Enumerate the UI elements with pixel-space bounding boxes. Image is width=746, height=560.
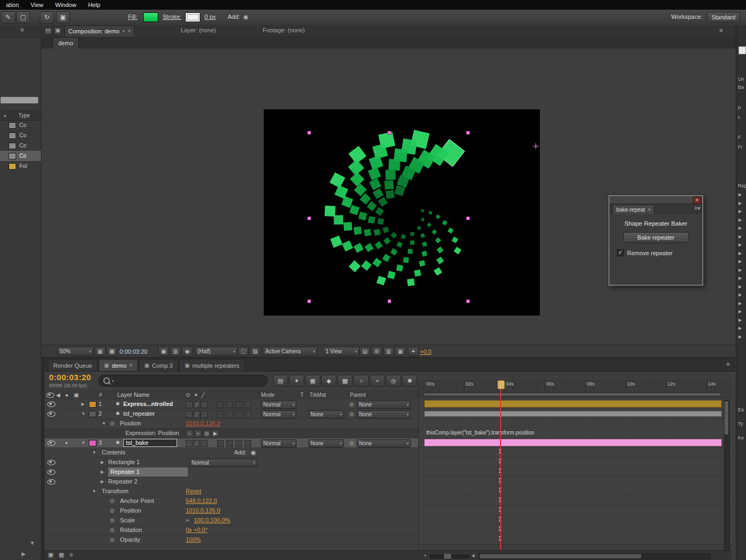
expression-graph-icon[interactable]: ≈ xyxy=(194,430,202,437)
twirl-icon[interactable]: ▶ xyxy=(738,326,742,331)
bake-repeater-button[interactable]: Bake repeater xyxy=(623,232,689,243)
exposure-offset-value[interactable]: +0,0 xyxy=(420,348,432,355)
expand-modes-icon[interactable]: ▦ xyxy=(59,551,64,558)
selection-handle[interactable] xyxy=(307,299,311,303)
switch-shy[interactable] xyxy=(186,401,193,408)
zoom-in-icon[interactable]: ▲ xyxy=(471,552,476,558)
timeline-split-divider[interactable] xyxy=(418,380,419,550)
switch-well[interactable] xyxy=(217,411,224,418)
timeline-tab-render-queue[interactable]: Render Queue xyxy=(48,359,97,371)
layer-duration-bar[interactable] xyxy=(424,411,722,417)
timeline-track[interactable]: I xyxy=(418,486,733,496)
comp-flowchart-icon[interactable]: ▣ xyxy=(55,27,60,34)
expand-layers-icon[interactable]: ▣ xyxy=(48,551,53,558)
property-value[interactable]: 100% xyxy=(186,535,272,544)
switch-quality[interactable]: ╱ xyxy=(193,401,200,408)
brainstorm-icon[interactable]: ▩ xyxy=(337,375,353,387)
tab-composition-demo[interactable]: Composition: demo ▾ × xyxy=(65,25,135,37)
composition-frame[interactable] xyxy=(264,109,540,316)
twirl-icon[interactable]: ▶ xyxy=(738,226,742,230)
menu-ation[interactable]: ation xyxy=(0,0,25,10)
vertical-scrollbar-thumb[interactable] xyxy=(724,401,728,435)
timeline-row-transform[interactable]: ▼TransformResetI xyxy=(45,487,732,496)
project-item-fol[interactable]: Fol xyxy=(0,161,41,171)
rotate-tool-icon[interactable]: ↻ xyxy=(40,11,54,24)
show-snapshot-icon[interactable]: ▥ xyxy=(170,347,181,356)
tab-layer[interactable]: Layer: (none) xyxy=(181,27,216,33)
twirl-icon[interactable]: ▶ xyxy=(738,276,742,281)
project-item-co[interactable]: Co xyxy=(0,120,41,130)
selection-handle[interactable] xyxy=(388,131,391,135)
anchor-crosshair-icon[interactable] xyxy=(533,143,539,149)
twirl-icon[interactable]: ▶ xyxy=(738,209,742,214)
switch-quality[interactable]: ╱ xyxy=(193,411,200,418)
stroke-width-value[interactable]: 0 px xyxy=(205,13,216,20)
twirl-icon[interactable]: ▼ xyxy=(81,409,87,418)
timeline-row-express-ntrolled[interactable]: ▶1✱Express...ntrolled╱Normal▾◎None▾ xyxy=(45,400,732,409)
timeline-row-repeater-1[interactable]: ▶Repeater 1I xyxy=(45,467,732,477)
timeline-track[interactable]: thisComp.layer("tst_bake").transform.pos… xyxy=(418,428,733,438)
comp-name-tab-demo[interactable]: demo xyxy=(53,37,79,48)
remove-repeater-checkbox[interactable]: ✓ xyxy=(617,249,624,256)
twirl-icon[interactable]: ▶ xyxy=(738,192,742,197)
twirl-icon[interactable]: ▶ xyxy=(101,477,106,486)
switch-well[interactable] xyxy=(244,401,251,408)
mask-visibility-icon[interactable]: ▩ xyxy=(107,347,117,356)
timeline-tab-demo[interactable]: ▣demo× xyxy=(98,359,138,371)
switch-well[interactable] xyxy=(226,401,233,408)
stopwatch-icon[interactable]: ⊙ xyxy=(110,535,116,544)
twirl-icon[interactable]: ▶ xyxy=(738,251,742,256)
current-time-indicator[interactable] xyxy=(500,381,501,549)
stopwatch-icon[interactable]: ⊙ xyxy=(110,419,116,428)
expand-icon[interactable]: ▶ xyxy=(22,551,26,557)
camera-tool-icon[interactable]: ▣ xyxy=(56,11,70,24)
timeline-track[interactable]: I xyxy=(418,535,733,544)
graph-editor-icon[interactable]: ≈ xyxy=(370,375,385,387)
layer-duration-bar[interactable] xyxy=(424,439,722,446)
num-column-label[interactable]: # xyxy=(99,390,102,400)
timeline-row-position[interactable]: ▼⊙Position1010,0,135,0 xyxy=(45,419,732,429)
menu-view[interactable]: View xyxy=(25,0,50,10)
mode-dropdown[interactable]: Normal▾ xyxy=(261,401,297,409)
solo-icon[interactable]: ● xyxy=(65,438,69,447)
property-value[interactable]: 548,0,122,0 xyxy=(186,496,272,506)
stroke-color-swatch[interactable] xyxy=(185,12,200,22)
timeline-row-repeater-2[interactable]: ▶Repeater 2I xyxy=(45,477,732,487)
switch-well[interactable] xyxy=(217,401,224,408)
close-tab-icon[interactable]: × xyxy=(129,362,132,368)
resolution-dropdown[interactable]: (Half)▾ xyxy=(195,347,238,356)
close-tab-icon[interactable]: × xyxy=(648,206,651,214)
twirl-icon[interactable]: ▶ xyxy=(738,259,742,264)
mode-dropdown[interactable]: Normal▾ xyxy=(261,439,297,447)
region-of-interest-icon[interactable]: ▢ xyxy=(238,347,249,356)
timeline-row-anchor-point[interactable]: ⊙Anchor Point548,0,122,0I xyxy=(45,496,732,506)
caret-down-icon[interactable]: ▾ xyxy=(123,26,125,37)
property-name[interactable]: Position xyxy=(120,419,179,428)
menu-help[interactable]: Help xyxy=(82,0,107,10)
timeline-row-scale[interactable]: ⊙Scale∞100,0,100,0%I xyxy=(45,516,732,526)
twirl-icon[interactable]: ▶ xyxy=(738,318,742,323)
timeline-track[interactable]: I xyxy=(418,496,733,506)
selection-handle[interactable] xyxy=(466,131,470,135)
viewport-timecode[interactable]: 0:00:03:20 xyxy=(119,348,147,355)
timeline-row-rectangle-1[interactable]: ▶Rectangle 1Normal▾I xyxy=(45,458,732,467)
selection-handle[interactable] xyxy=(466,216,470,220)
property-value[interactable]: 1010,0,135,0 xyxy=(186,419,272,428)
snapshot-icon[interactable]: ▣ xyxy=(158,347,169,356)
timeline-row-expression-position[interactable]: Expression: Position=≈◎▶thisComp.layer("… xyxy=(45,429,732,438)
switch-effects[interactable] xyxy=(201,401,208,408)
tab-bake-repeat[interactable]: bake-repeat × xyxy=(613,205,654,214)
timeline-track[interactable] xyxy=(418,438,733,447)
selection-handle[interactable] xyxy=(388,299,391,303)
sort-icon[interactable]: ◂ xyxy=(3,111,6,120)
timeline-track[interactable]: I xyxy=(418,506,733,515)
timeline-track[interactable]: I xyxy=(418,515,733,525)
switch-well[interactable] xyxy=(217,440,224,447)
shy-layers-icon[interactable]: ✦ xyxy=(289,375,304,387)
twirl-icon[interactable]: ▼ xyxy=(92,487,97,496)
switch-well[interactable] xyxy=(244,440,251,447)
project-item-co[interactable]: Co xyxy=(0,141,41,151)
pixel-aspect-icon[interactable]: ▤ xyxy=(360,347,370,356)
time-ruler[interactable]: :00s02s04s06s08s10s12s14s xyxy=(418,380,732,391)
current-time-indicator-head[interactable] xyxy=(497,380,505,389)
